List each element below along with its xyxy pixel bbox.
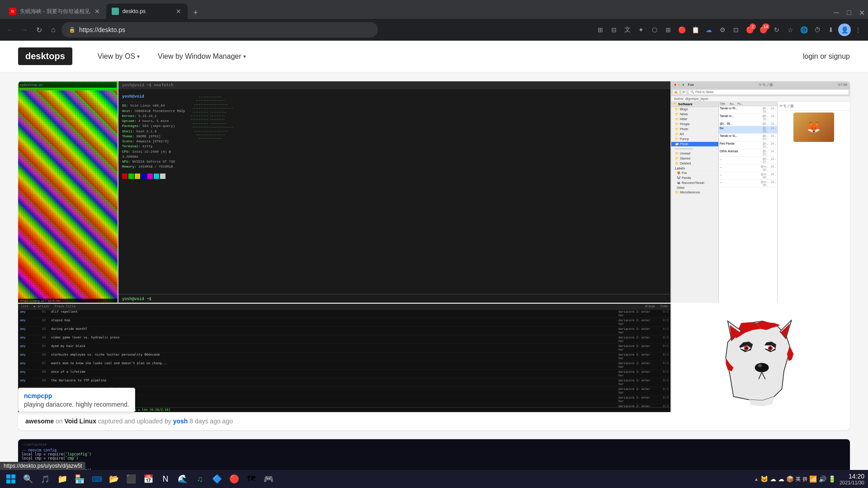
tab-bar: N 失眠海峡 - 我要与你坦诚相见 ✕ deskto.ps ✕ + ─ □ ✕ xyxy=(0,0,868,19)
svg-rect-7 xyxy=(6,474,10,479)
tray-icon-dropbox[interactable]: 📦 xyxy=(786,475,794,483)
taskbar-icon-folder[interactable]: 📁 xyxy=(54,471,71,487)
entry-user-link[interactable]: yosh xyxy=(173,418,188,425)
tray-wifi[interactable]: 📶 xyxy=(809,475,817,483)
taskbar-icon-calendar[interactable]: 📅 xyxy=(140,471,156,487)
taskbar-icon-notion[interactable]: N xyxy=(157,471,174,487)
new-tab-button[interactable]: + xyxy=(189,6,202,19)
profile-button[interactable]: 👤 xyxy=(838,23,851,36)
ext-icon-6[interactable]: ⊞ xyxy=(662,23,675,36)
browser-tab-active[interactable]: deskto.ps ✕ xyxy=(106,4,188,19)
svg-point-6 xyxy=(769,347,771,349)
site-nav: View by OS ▾ View by Window Manager ▾ xyxy=(90,49,253,64)
ext-icon-3[interactable]: 文 xyxy=(621,23,634,36)
address-bar[interactable]: 🔒 https://deskto.ps xyxy=(61,22,378,38)
taskbar-icon-steam[interactable]: 🎮 xyxy=(260,471,277,487)
ext-icon-8[interactable]: 📋 xyxy=(689,23,702,36)
tray-icon-2[interactable]: ☁ xyxy=(770,475,776,483)
window-minimize[interactable]: ─ xyxy=(830,6,843,19)
entry-info: awesome on Void Linux captured and uploa… xyxy=(18,412,850,430)
ext-icon-14[interactable]: ↻ xyxy=(770,23,783,36)
nav-label-wm: View by Window Manager xyxy=(158,52,241,61)
browser-tab-inactive[interactable]: N 失眠海峡 - 我要与你坦诚相见 ✕ xyxy=(4,4,106,19)
svg-point-1 xyxy=(755,363,769,372)
back-button[interactable]: ← xyxy=(4,23,16,36)
tab-close-inactive[interactable]: ✕ xyxy=(94,8,101,15)
ext-icon-15[interactable]: ☆ xyxy=(784,23,797,36)
screenshots-row2: list▶ artistTrack TitleAlbumTime amy01dl… xyxy=(18,304,850,412)
tray-speaker[interactable]: 🔊 xyxy=(819,475,826,483)
system-tray: ▲ 🐱 ☁ ☁ 📦 英 拼 📶 🔊 🔋 xyxy=(754,475,836,483)
taskbar-icon-code[interactable]: ⌨ xyxy=(89,471,105,487)
screenshot-wolf-art[interactable]: ● [PNG] Image, 796 × 1268 pixels] • Scal… xyxy=(671,304,850,412)
tray-ime[interactable]: 拼 xyxy=(802,476,807,483)
comment-username[interactable]: ncmpcpp xyxy=(24,392,52,399)
taskbar-right-area: ▲ 🐱 ☁ ☁ 📦 英 拼 📶 🔊 🔋 14:20 2021/11/30 xyxy=(754,473,864,485)
ext-icon-10[interactable]: ⚙ xyxy=(716,23,729,36)
comment-text: playing dariacore. highly recommend. xyxy=(24,401,129,408)
taskbar-icon-orange[interactable]: 🎵 xyxy=(37,471,53,487)
url-text: https://deskto.ps xyxy=(79,26,125,33)
lock-icon: 🔒 xyxy=(69,27,75,33)
status-url-text: https://deskto.ps/u/yosh/d/jazw5t xyxy=(4,463,82,469)
ext-icon-17[interactable]: ⏱ xyxy=(811,23,824,36)
ext-icon-7[interactable]: 🔴 xyxy=(675,23,688,36)
captured-text: on xyxy=(56,418,64,425)
ext-icon-18[interactable]: ⬇ xyxy=(825,23,837,36)
ext-icon-5[interactable]: ⬡ xyxy=(648,23,661,36)
toolbar-extensions: ⊞ ⊟ 文 ✦ ⬡ ⊞ 🔴 📋 ☁ ⚙ ⊡ 🔴2 🔴14 ↻ ☆ 🌐 ⏱ ⬇ 👤… xyxy=(594,23,864,36)
tab-title-inactive: 失眠海峡 - 我要与你坦诚相见 xyxy=(20,8,90,15)
taskbar-clock[interactable]: 14:20 2021/11/30 xyxy=(840,473,864,485)
captured-by-text: captured and uploaded by xyxy=(98,418,173,425)
login-button[interactable]: login or signup xyxy=(803,52,850,61)
tab-close-active[interactable]: ✕ xyxy=(175,8,182,15)
ext-icon-2[interactable]: ⊟ xyxy=(608,23,620,36)
taskbar-icon-edge[interactable]: 🔷 xyxy=(209,471,225,487)
entry-os: Void Linux xyxy=(64,418,96,425)
menu-button[interactable]: ⋮ xyxy=(852,23,864,36)
tray-battery[interactable]: 🔋 xyxy=(828,475,836,483)
refresh-button[interactable]: ↻ xyxy=(33,23,45,36)
tray-expand[interactable]: ▲ xyxy=(754,477,759,482)
window-close[interactable]: ✕ xyxy=(855,6,868,19)
taskbar-icon-terminal[interactable]: ⬛ xyxy=(123,471,139,487)
svg-point-4 xyxy=(745,347,747,349)
tray-icon-1[interactable]: 🐱 xyxy=(760,475,768,483)
ext-icon-11[interactable]: ⊡ xyxy=(730,23,742,36)
svg-point-2 xyxy=(758,364,762,367)
main-content: xgdesktop.ps https://xarg.ai/ 12/3(fm) y… xyxy=(0,72,868,470)
taskbar: 🔍 🎵 📁 🏪 ⌨ 📂 ⬛ 📅 N 🌊 ♫ 🔷 🔴 🗺 🎮 ▲ 🐱 ☁ ☁ 📦 … xyxy=(0,470,868,488)
ext-icon-1[interactable]: ⊞ xyxy=(594,23,607,36)
start-button[interactable] xyxy=(4,472,18,486)
second-entry-screenshot[interactable]: ~/config/nvim -- neovim config local lsp… xyxy=(18,439,850,470)
desktop-entry-1: xgdesktop.ps https://xarg.ai/ 12/3(fm) y… xyxy=(18,81,850,430)
tab-title-active: deskto.ps xyxy=(123,8,171,14)
screenshot-terminal[interactable]: yosh@void ~$ neofetch yosh@void --------… xyxy=(118,81,670,303)
ext-icon-12[interactable]: 🔴2 xyxy=(743,23,756,36)
nav-item-os[interactable]: View by OS ▾ xyxy=(90,49,147,64)
ext-icon-13[interactable]: 🔴14 xyxy=(757,23,769,36)
ext-icon-9[interactable]: ☁ xyxy=(703,23,715,36)
screenshot-foxmail[interactable]: ● ● ● Fox ケモノ族 07:56 ✍ ↩ 🔍 Find in News xyxy=(671,81,850,303)
tray-icon-3[interactable]: ☁ xyxy=(778,475,784,483)
home-button[interactable]: ⌂ xyxy=(47,23,60,36)
taskbar-icon-spotify[interactable]: ♫ xyxy=(192,471,208,487)
site-header: desktops View by OS ▾ View by Window Man… xyxy=(0,41,868,72)
site-logo[interactable]: desktops xyxy=(18,47,72,65)
entry-description: awesome xyxy=(25,418,54,425)
ext-icon-4[interactable]: ✦ xyxy=(635,23,647,36)
tray-lang[interactable]: 英 xyxy=(796,476,801,483)
forward-button[interactable]: → xyxy=(18,23,31,36)
taskbar-icon-files[interactable]: 📂 xyxy=(106,471,122,487)
time-ago: 8 days ago xyxy=(189,418,221,425)
taskbar-search[interactable]: 🔍 xyxy=(20,471,36,487)
taskbar-icon-red[interactable]: 🔴 xyxy=(226,471,242,487)
taskbar-icon-store[interactable]: 🏪 xyxy=(71,471,88,487)
ext-icon-16[interactable]: 🌐 xyxy=(797,23,810,36)
taskbar-icon-maps[interactable]: 🗺 xyxy=(243,471,259,487)
chevron-down-icon-wm: ▾ xyxy=(243,53,246,60)
taskbar-icon-browser[interactable]: 🌊 xyxy=(175,471,191,487)
screenshot-glitch[interactable]: xgdesktop.ps https://xarg.ai/ 12/3(fm) xyxy=(18,81,118,303)
window-maximize[interactable]: □ xyxy=(843,6,855,19)
nav-item-wm[interactable]: View by Window Manager ▾ xyxy=(151,49,253,64)
